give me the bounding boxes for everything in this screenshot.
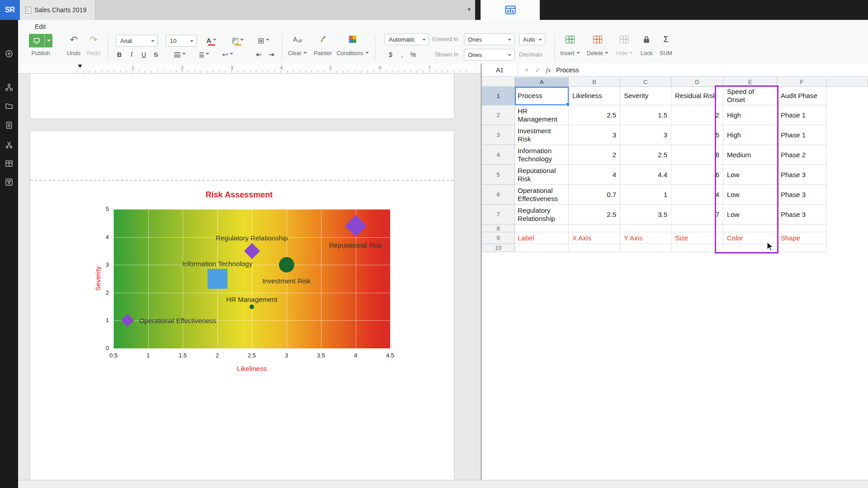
cell[interactable]: Phase 3 [777, 185, 827, 205]
cell[interactable] [777, 244, 827, 252]
cell[interactable]: Phase 1 [777, 125, 827, 145]
cell[interactable]: High [723, 125, 777, 145]
cell[interactable]: Medium [723, 145, 777, 165]
chevron-down-icon[interactable]: ▾ [467, 6, 471, 13]
cell[interactable] [671, 225, 723, 232]
cell[interactable]: Low [723, 205, 777, 225]
cell[interactable]: Shape [777, 232, 827, 244]
cell[interactable]: Investment Risk [515, 125, 569, 145]
vertical-align-button[interactable] [195, 49, 213, 61]
chart-point[interactable] [208, 269, 227, 289]
chart-point[interactable] [121, 314, 133, 327]
cell[interactable]: Operational Effectiveness [515, 185, 569, 205]
menu-edit[interactable]: Edit [33, 22, 47, 31]
cell[interactable]: Size [671, 232, 723, 244]
row-header-1[interactable]: 1 [482, 87, 515, 105]
insert-icon[interactable] [556, 33, 585, 45]
cell[interactable]: Color [723, 232, 777, 244]
publish-dropdown[interactable] [45, 34, 52, 47]
cell[interactable] [569, 244, 620, 252]
cell[interactable]: Label [515, 232, 569, 244]
italic-button[interactable]: I [126, 49, 137, 61]
font-color-button[interactable]: A [201, 35, 222, 47]
cell[interactable] [515, 244, 569, 252]
sum-icon[interactable]: Σ [653, 33, 679, 45]
cell[interactable]: 4 [569, 165, 620, 185]
sum-label[interactable]: SUM [653, 50, 679, 56]
cell[interactable] [723, 244, 777, 252]
cell[interactable] [515, 225, 569, 232]
cell[interactable]: Low [723, 185, 777, 205]
cell[interactable]: 4.4 [620, 165, 671, 185]
cell[interactable] [723, 225, 777, 232]
cut-icon[interactable] [5, 141, 13, 149]
chart-point[interactable] [244, 243, 259, 259]
row-header-6[interactable]: 6 [482, 185, 515, 205]
column-header-B[interactable]: B [569, 77, 620, 87]
column-header-C[interactable]: C [620, 77, 671, 87]
strikethrough-button[interactable]: S [151, 49, 161, 61]
cell[interactable] [620, 244, 671, 252]
cell[interactable]: 6 [671, 165, 723, 185]
cell[interactable]: Y Axis [620, 232, 671, 244]
cell[interactable]: Speed of Onset [723, 87, 777, 105]
cell[interactable]: 7 [671, 205, 723, 225]
cell[interactable]: 2 [569, 145, 620, 165]
column-header-F[interactable]: F [777, 77, 827, 87]
cell[interactable]: 1.5 [620, 105, 671, 125]
row-header-7[interactable]: 7 [482, 205, 515, 225]
redo-icon[interactable]: ↷ [85, 34, 102, 45]
cell[interactable]: Audit Phase [777, 87, 827, 105]
cell[interactable]: Residual Risk [671, 87, 723, 105]
cell[interactable]: Likeliness [569, 87, 620, 105]
cell[interactable]: 3 [569, 125, 620, 145]
cell[interactable]: HR Management [515, 105, 569, 125]
column-header-A[interactable]: A [515, 77, 569, 87]
thousands-button[interactable]: , [398, 49, 406, 61]
cell[interactable]: 2.5 [620, 145, 671, 165]
painter-label[interactable]: Painter [310, 50, 335, 56]
clear-label[interactable]: Clear [285, 50, 310, 56]
font-size-select[interactable]: 10 [166, 35, 197, 47]
cell[interactable]: Phase 3 [777, 165, 827, 185]
cell[interactable]: 1 [620, 185, 671, 205]
cell[interactable]: X Axis [569, 232, 620, 244]
entered-in-select[interactable]: Ones [464, 33, 514, 45]
flow-icon[interactable] [5, 83, 13, 91]
conditions-label[interactable]: Conditions [335, 50, 371, 56]
cell[interactable] [671, 244, 723, 252]
table-icon[interactable] [5, 160, 13, 168]
cell[interactable]: Phase 3 [777, 205, 827, 225]
shown-in-select[interactable]: Ones [464, 49, 514, 61]
delete-icon[interactable] [583, 33, 612, 45]
fill-color-button[interactable] [227, 35, 249, 47]
cell[interactable]: Process [515, 87, 569, 105]
cell[interactable]: 5 [671, 125, 723, 145]
wrap-text-button[interactable]: ↩ [219, 49, 237, 61]
cell[interactable]: High [723, 105, 777, 125]
cell[interactable] [777, 225, 827, 232]
cell[interactable]: Information Technology [515, 145, 569, 165]
folder-icon[interactable] [5, 102, 13, 110]
publish-button[interactable] [29, 34, 52, 47]
clear-icon[interactable]: A [285, 33, 310, 45]
risk-assessment-chart[interactable]: Risk AssessmentHR ManagementInvestment R… [18, 74, 481, 480]
cell[interactable]: 3.5 [620, 205, 671, 225]
conditions-icon[interactable] [335, 33, 371, 45]
select-all-corner[interactable] [482, 77, 515, 87]
accept-icon[interactable]: ✓ [533, 64, 542, 76]
document-tab[interactable]: Sales Charts 2019 [20, 0, 95, 20]
ruler-marker[interactable] [78, 65, 82, 70]
cell[interactable]: Phase 2 [777, 145, 827, 165]
font-family-select[interactable]: Arial [116, 35, 158, 47]
cancel-icon[interactable]: × [522, 64, 532, 76]
horizontal-align-button[interactable] [170, 49, 190, 61]
cell[interactable]: Phase 1 [777, 105, 827, 125]
percent-button[interactable]: % [408, 49, 418, 61]
borders-button[interactable]: ⊞ [252, 35, 275, 47]
cell[interactable]: 4 [671, 185, 723, 205]
cell-reference-box[interactable]: A1 [482, 64, 518, 76]
cell[interactable]: Reputational Risk [515, 165, 569, 185]
chart-point[interactable] [250, 305, 254, 309]
underline-button[interactable]: U [138, 49, 149, 61]
